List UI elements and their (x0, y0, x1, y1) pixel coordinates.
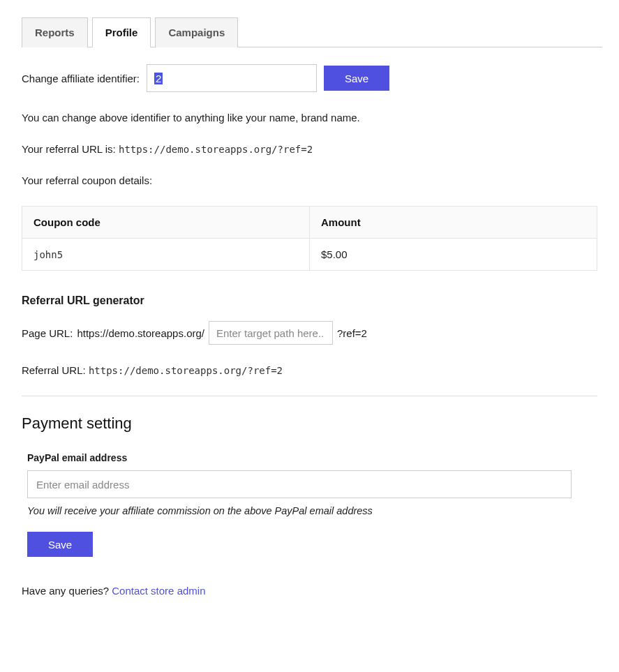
profile-panel: Change affiliate identifier: 2 Save You … (17, 47, 602, 597)
generator-result-line: Referral URL: https://demo.storeapps.org… (22, 364, 597, 376)
paypal-email-input[interactable] (27, 470, 572, 498)
generator-suffix: ?ref=2 (337, 327, 367, 339)
payment-save-button[interactable]: Save (27, 532, 93, 557)
identifier-input[interactable]: 2 (147, 64, 317, 92)
payment-heading: Payment setting (22, 415, 597, 433)
paypal-label: PayPal email address (27, 452, 592, 463)
coupon-header-amount: Amount (310, 207, 597, 239)
table-row: john5 $5.00 (22, 239, 597, 271)
tab-campaigns[interactable]: Campaigns (155, 17, 238, 47)
separator (22, 396, 597, 396)
generator-heading: Referral URL generator (22, 294, 597, 307)
tab-reports[interactable]: Reports (22, 17, 88, 47)
identifier-save-button[interactable]: Save (324, 66, 389, 91)
generator-base-url: https://demo.storeapps.org/ (77, 327, 204, 339)
generator-result-label: Referral URL: (22, 364, 86, 376)
coupon-code-cell: john5 (22, 239, 310, 271)
generator-path-input[interactable] (209, 321, 333, 345)
identifier-label: Change affiliate identifier: (22, 73, 140, 84)
coupon-table: Coupon code Amount john5 $5.00 (22, 206, 597, 271)
generator-page-label: Page URL: (22, 327, 73, 339)
referral-url-value: https://demo.storeapps.org/?ref=2 (119, 144, 313, 155)
identifier-hint: You can change above identifier to anyth… (22, 112, 597, 124)
coupon-intro: Your referral coupon details: (22, 174, 597, 186)
tabs-bar: Reports Profile Campaigns (22, 17, 602, 47)
identifier-value: 2 (154, 73, 163, 84)
generator-result-url: https://demo.storeapps.org/?ref=2 (89, 365, 283, 376)
contact-admin-link[interactable]: Contact store admin (112, 585, 205, 597)
referral-url-label: Your referral URL is: (22, 143, 116, 155)
query-text: Have any queries? (22, 585, 112, 597)
query-line: Have any queries? Contact store admin (22, 585, 597, 597)
coupon-header-code: Coupon code (22, 207, 310, 239)
referral-url-line: Your referral URL is: https://demo.store… (22, 143, 597, 155)
coupon-amount-cell: $5.00 (310, 239, 597, 271)
paypal-hint: You will receive your affiliate commissi… (27, 505, 592, 516)
tab-profile[interactable]: Profile (92, 17, 151, 47)
